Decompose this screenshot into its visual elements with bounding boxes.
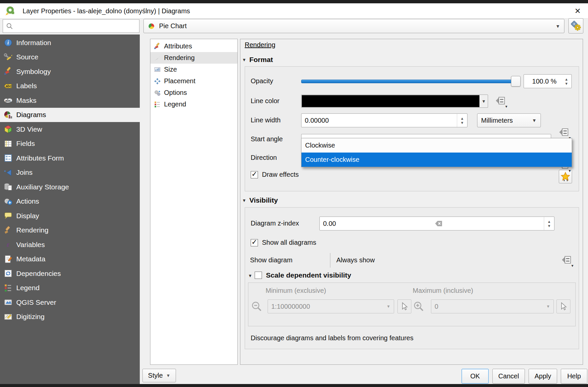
- sidebar-item-3d-view[interactable]: 3D View: [0, 122, 140, 137]
- star-icon: [560, 172, 570, 182]
- show-all-diagrams-checkbox[interactable]: ✓: [251, 239, 258, 246]
- opacity-slider-handle[interactable]: [511, 76, 521, 87]
- line-color-data-defined-button[interactable]: ▾: [494, 95, 506, 107]
- tab-label: Placement: [164, 77, 196, 85]
- ok-button[interactable]: OK: [462, 369, 489, 384]
- scale-dependent-checkbox[interactable]: [255, 272, 262, 279]
- view3d-icon: [4, 125, 13, 134]
- collapse-triangle-icon: ▼: [242, 198, 246, 203]
- sidebar-item-qgis-server[interactable]: QGIS Server: [0, 295, 140, 310]
- sidebar-item-source[interactable]: Source: [0, 50, 140, 65]
- tab-label: Attributes: [164, 42, 192, 50]
- z-index-data-defined-button[interactable]: ▾: [560, 254, 572, 267]
- opacity-slider[interactable]: [301, 80, 513, 83]
- sidebar-item-label: Source: [16, 53, 39, 61]
- tab-legend[interactable]: Legend: [150, 98, 237, 110]
- diagrams-icon: [4, 110, 13, 119]
- search-input[interactable]: [3, 19, 139, 33]
- maximum-scale-combobox[interactable]: 0 ▼: [431, 299, 554, 313]
- sidebar-item-label: Fields: [16, 140, 35, 148]
- sidebar-item-fields[interactable]: Fields: [0, 137, 140, 151]
- sidebar-item-rendering[interactable]: Rendering: [0, 223, 140, 238]
- automated-placement-settings-button[interactable]: [568, 18, 583, 33]
- show-diagram-label: Show diagram: [250, 256, 293, 264]
- chevron-down-icon: ▼: [546, 304, 550, 309]
- maximum-label: Maximum (inclusive): [413, 287, 473, 294]
- sidebar-item-auxiliary-storage[interactable]: Auxiliary Storage: [0, 180, 140, 194]
- sidebar-item-joins[interactable]: Joins: [0, 165, 140, 180]
- diagram-type-combobox[interactable]: Pie Chart ▼: [143, 19, 564, 33]
- sidebar-item-legend[interactable]: Legend: [0, 281, 140, 295]
- clear-field-icon[interactable]: [434, 219, 443, 228]
- sidebar-item-attributes-form[interactable]: Attributes Form: [0, 151, 140, 165]
- popup-option-clockwise[interactable]: Clockwise: [301, 138, 572, 153]
- diagram-type-value: Pie Chart: [159, 22, 187, 30]
- sidebar-item-label: Auxiliary Storage: [16, 183, 69, 191]
- opacity-spinbox[interactable]: 100.0 % ▲▼: [524, 74, 572, 88]
- sidebar-item-symbology[interactable]: Symbology: [0, 64, 140, 79]
- line-width-spinbox[interactable]: 0.00000 ▲▼: [301, 113, 467, 127]
- tab-label: Options: [164, 89, 187, 97]
- info-icon: [4, 38, 13, 47]
- tab-rendering[interactable]: Rendering: [150, 52, 237, 64]
- set-max-to-canvas-button[interactable]: [556, 299, 570, 313]
- spinner-arrows[interactable]: ▲▼: [544, 217, 554, 230]
- sidebar-item-information[interactable]: Information: [0, 35, 140, 50]
- tab-size[interactable]: Size: [150, 64, 237, 75]
- sidebar-item-label: Variables: [16, 241, 45, 249]
- divider: [330, 253, 330, 268]
- sidebar-item-masks[interactable]: Masks: [0, 93, 140, 108]
- desktop-background-bottom: [0, 384, 588, 387]
- sidebar-item-actions[interactable]: Actions: [0, 194, 140, 209]
- actions-icon: [4, 197, 13, 206]
- zoom-out-icon: [251, 300, 263, 312]
- line-width-data-defined-button[interactable]: ▾: [558, 127, 569, 139]
- z-index-value: 0.00: [320, 220, 336, 227]
- start-angle-label: Start angle: [251, 135, 283, 143]
- format-section-header[interactable]: ▼ Format: [242, 56, 273, 64]
- sidebar-item-label: Joins: [16, 168, 33, 176]
- popup-option-counter-clockwise[interactable]: Counter-clockwise: [301, 153, 572, 167]
- collapse-triangle-icon[interactable]: ▼: [248, 273, 252, 278]
- sidebar-item-digitizing[interactable]: Digitizing: [0, 310, 140, 324]
- tab-attributes[interactable]: Attributes: [150, 40, 237, 52]
- minimum-scale-value: 1:100000000: [268, 303, 310, 310]
- chevron-down-icon: ▼: [555, 24, 560, 29]
- line-color-button[interactable]: ▼: [301, 95, 488, 108]
- draw-effects-checkbox[interactable]: ✓: [251, 171, 258, 178]
- line-width-unit-combobox[interactable]: Millimeters ▼: [477, 113, 541, 127]
- help-button[interactable]: Help: [561, 369, 587, 384]
- sidebar-item-labels[interactable]: Labels: [0, 79, 140, 94]
- style-menu-button[interactable]: Style ▼: [142, 369, 176, 382]
- symbology-icon: [154, 43, 161, 50]
- visibility-section-header[interactable]: ▼ Visibility: [242, 196, 278, 204]
- diagram-tabs-panel: AttributesRenderingSizePlacementOptionsL…: [150, 39, 238, 365]
- z-index-spinbox[interactable]: 0.00 ▲▼: [319, 217, 554, 230]
- spinner-arrows[interactable]: ▲▼: [457, 114, 467, 127]
- line-color-label: Line color: [251, 97, 280, 105]
- set-min-to-canvas-button[interactable]: [397, 299, 411, 313]
- spinner-arrows[interactable]: ▲▼: [561, 75, 571, 88]
- sidebar-item-label: Metadata: [16, 255, 45, 263]
- sidebar-item-metadata[interactable]: Metadata: [0, 252, 140, 267]
- tab-options[interactable]: Options: [150, 87, 237, 98]
- gear-icon: [571, 21, 581, 31]
- minimum-label: Minimum (exclusive): [266, 287, 326, 294]
- sidebar-item-diagrams[interactable]: Diagrams: [0, 108, 140, 122]
- close-icon[interactable]: ✕: [572, 5, 584, 17]
- show-all-diagrams-label: Show all diagrams: [262, 239, 316, 246]
- sidebar-item-display[interactable]: Display: [0, 209, 140, 223]
- color-swatch: [302, 95, 479, 107]
- pie-chart-icon: [148, 23, 155, 30]
- minimum-scale-combobox[interactable]: 1:100000000 ▼: [268, 299, 394, 313]
- sidebar-item-variables[interactable]: Variables: [0, 237, 140, 252]
- maximum-scale-value: 0: [431, 303, 438, 310]
- cancel-button[interactable]: Cancel: [492, 369, 525, 384]
- tab-label: Legend: [164, 100, 186, 108]
- chevron-down-icon[interactable]: ▼: [480, 95, 488, 107]
- tab-placement[interactable]: Placement: [150, 75, 237, 87]
- apply-button[interactable]: Apply: [529, 369, 557, 384]
- tab-label: Size: [164, 66, 177, 73]
- sidebar-item-dependencies[interactable]: Dependencies: [0, 266, 140, 281]
- z-index-label: Diagram z-index: [251, 220, 299, 227]
